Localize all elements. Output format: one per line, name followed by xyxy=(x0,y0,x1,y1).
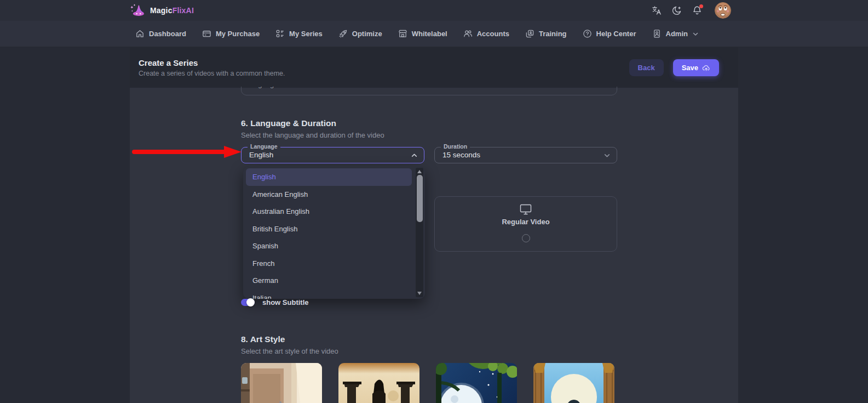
regular-video-card[interactable]: Regular Video xyxy=(434,196,617,252)
nav-label: Optimize xyxy=(352,30,382,38)
subtitle-toggle-row: show Subtitle xyxy=(241,298,309,306)
toggle-knob xyxy=(246,298,255,306)
duration-select-label: Duration xyxy=(441,143,470,150)
nav-label: Whitelabel xyxy=(412,30,447,38)
nav-admin[interactable]: Admin xyxy=(652,29,699,38)
scrollbar-down-arrow[interactable] xyxy=(417,292,422,295)
option-italian[interactable]: Italian xyxy=(246,290,412,299)
nav-label: Help Center xyxy=(596,30,636,38)
language-section-heading: 6. Language & Duration xyxy=(241,118,336,128)
topbar-actions xyxy=(652,2,731,19)
art-section-subheading: Select the art style of the video xyxy=(241,347,338,355)
nav-label: My Purchase xyxy=(216,30,260,38)
page-header-text: Create a Series Create a series of video… xyxy=(139,58,285,77)
bell-icon[interactable] xyxy=(692,5,702,15)
clipped-field-text: language xyxy=(249,87,278,88)
storefront-icon xyxy=(398,29,407,38)
option-british-english[interactable]: British English xyxy=(246,220,412,238)
rocket-icon xyxy=(338,29,348,38)
red-pointer-arrow xyxy=(131,145,242,159)
magic-hat-icon xyxy=(130,3,146,18)
dropdown-scrollbar[interactable] xyxy=(416,168,423,297)
nav-label: Dashboard xyxy=(149,30,186,38)
top-bar: MagicFlixAI xyxy=(0,0,868,21)
page-header: Create a Series Create a series of video… xyxy=(130,47,738,88)
option-american-english[interactable]: American English xyxy=(246,186,412,203)
clipped-field-box: language xyxy=(241,87,617,95)
art-section-heading: 8. Art Style xyxy=(241,334,285,344)
language-select[interactable]: Language English xyxy=(241,147,424,163)
nav-whitelabel[interactable]: Whitelabel xyxy=(398,29,447,38)
art-style-row xyxy=(241,363,614,403)
home-icon xyxy=(135,29,145,38)
main-panel: Create a Series Create a series of video… xyxy=(130,47,738,403)
chevron-down-icon xyxy=(692,31,699,37)
option-english[interactable]: English xyxy=(246,168,412,186)
art-style-anime[interactable] xyxy=(241,363,322,403)
nav-label: Accounts xyxy=(477,30,509,38)
back-button[interactable]: Back xyxy=(629,59,664,76)
id-card-icon xyxy=(652,29,662,38)
nav-help-center[interactable]: Help Center xyxy=(583,29,636,38)
regular-video-label: Regular Video xyxy=(502,218,549,226)
nav-label: My Series xyxy=(289,30,323,38)
page-header-actions: Back Save xyxy=(629,59,719,76)
nav-dashboard[interactable]: Dashboard xyxy=(135,29,186,38)
scrollbar-thumb[interactable] xyxy=(417,175,423,222)
night-cartoon-moon-image xyxy=(436,363,517,403)
option-french[interactable]: French xyxy=(246,255,412,273)
duration-select[interactable]: Duration 15 seconds xyxy=(434,147,617,163)
regular-video-radio[interactable] xyxy=(522,234,530,242)
comic-superhero-image xyxy=(533,363,614,403)
nav-label: Training xyxy=(539,30,567,38)
nav-training[interactable]: Training xyxy=(525,29,567,38)
language-select-label: Language xyxy=(248,143,280,150)
chevron-down-icon xyxy=(603,152,611,159)
save-button-label: Save xyxy=(682,64,698,72)
translate-icon[interactable] xyxy=(652,5,662,15)
layers-icon xyxy=(525,29,534,38)
app-window: MagicFlixAI xyxy=(0,0,868,403)
page-subtitle: Create a series of videos with a common … xyxy=(139,70,285,77)
help-circle-icon xyxy=(583,29,592,38)
worried-face-avatar xyxy=(715,2,731,19)
subtitle-toggle[interactable] xyxy=(241,299,255,306)
option-spanish[interactable]: Spanish xyxy=(246,237,412,255)
nav-my-series[interactable]: My Series xyxy=(275,29,323,38)
save-button[interactable]: Save xyxy=(673,59,719,76)
anime-girl-room-image xyxy=(241,363,322,403)
notification-dot xyxy=(699,4,703,8)
nav-accounts[interactable]: Accounts xyxy=(463,29,509,38)
nav-optimize[interactable]: Optimize xyxy=(338,29,382,38)
ink-sketch-spartan-image xyxy=(338,363,419,403)
option-german[interactable]: German xyxy=(246,272,412,290)
art-style-night-cartoon[interactable] xyxy=(436,363,517,403)
scrollbar-up-arrow[interactable] xyxy=(417,170,422,173)
brand-logo[interactable]: MagicFlixAI xyxy=(130,3,194,18)
moon-icon[interactable] xyxy=(672,5,682,15)
chevron-up-icon xyxy=(411,152,418,159)
cloud-upload-icon xyxy=(702,64,710,72)
main-nav: Dashboard My Purchase My Series Optimize… xyxy=(0,21,868,47)
language-section-subheading: Select the language and duration of the … xyxy=(241,131,384,139)
page-title: Create a Series xyxy=(139,58,285,67)
art-style-ink-sketch[interactable] xyxy=(338,363,419,403)
credit-card-icon xyxy=(202,29,211,38)
art-style-comic[interactable] xyxy=(533,363,614,403)
user-avatar[interactable] xyxy=(715,2,731,19)
nav-my-purchase[interactable]: My Purchase xyxy=(202,29,260,38)
language-dropdown-panel: English American English Australian Engl… xyxy=(243,166,425,299)
monitor-icon xyxy=(520,204,532,215)
chevron-down-icon xyxy=(283,87,289,87)
brand-name: MagicFlixAI xyxy=(150,6,194,15)
subtitle-toggle-label: show Subtitle xyxy=(262,298,309,306)
list-icon xyxy=(275,29,285,38)
nav-label: Admin xyxy=(666,30,688,38)
clipped-field-above[interactable]: language xyxy=(241,87,617,97)
users-icon xyxy=(463,29,473,38)
option-australian-english[interactable]: Australian English xyxy=(246,203,412,220)
